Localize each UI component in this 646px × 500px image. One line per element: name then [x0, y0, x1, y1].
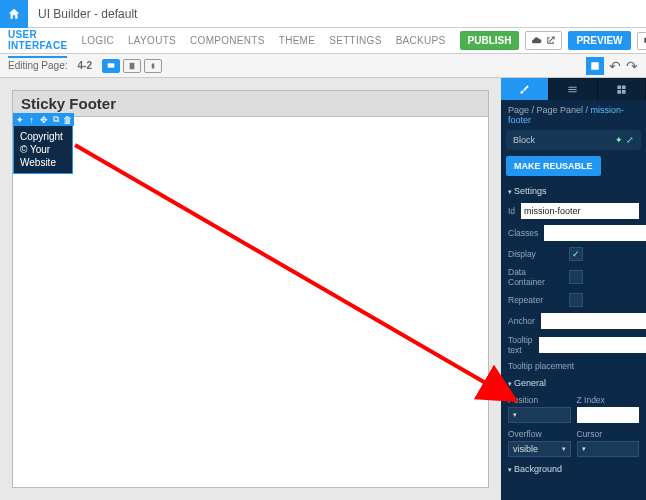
section-general[interactable]: General	[501, 374, 646, 392]
brush-icon	[519, 84, 530, 95]
top-bar: UI Builder - default	[0, 0, 646, 28]
overflow-select[interactable]: visible	[508, 441, 571, 457]
panel-tab-grid[interactable]	[598, 78, 646, 100]
device-desktop[interactable]	[102, 59, 120, 73]
tool-add-icon[interactable]: ✦	[14, 114, 25, 125]
classes-input[interactable]	[544, 225, 646, 241]
svg-rect-3	[108, 63, 115, 67]
tool-move-icon[interactable]: ✥	[38, 114, 49, 125]
breadcrumb[interactable]: Page / Page Panel / mission-footer	[501, 100, 646, 130]
display-checkbox[interactable]	[569, 247, 583, 261]
edit-bar: Editing Page: 4-2 ↶ ↷	[0, 54, 646, 78]
zindex-input[interactable]	[577, 407, 640, 423]
properties-panel: Page / Page Panel / mission-footer Block…	[501, 78, 646, 500]
publish-options[interactable]	[525, 31, 562, 50]
editing-page: 4-2	[78, 60, 92, 71]
svg-rect-5	[152, 63, 155, 68]
menu-icon	[567, 84, 578, 95]
cursor-select[interactable]	[577, 441, 640, 457]
svg-rect-4	[130, 62, 135, 69]
panel-tab-style[interactable]	[501, 78, 549, 100]
tool-up-icon[interactable]: ↑	[26, 114, 37, 125]
home-button[interactable]	[0, 0, 28, 28]
tab-components[interactable]: COMPONENTS	[190, 35, 265, 46]
main-tabs: USER INTERFACE LOGIC LAYOUTS COMPONENTS …	[0, 28, 646, 54]
desktop-icon	[643, 36, 646, 46]
data-container-checkbox[interactable]	[569, 270, 583, 284]
tool-copy-icon[interactable]: ⧉	[50, 114, 61, 125]
page-header[interactable]: Sticky Footer	[13, 91, 488, 117]
canvas[interactable]: Sticky Footer ✦ ↑ ✥ ⧉ 🗑 Copyright © Your…	[0, 78, 501, 500]
page-preview[interactable]: Sticky Footer ✦ ↑ ✥ ⧉ 🗑 Copyright © Your…	[12, 90, 489, 488]
tab-settings[interactable]: SETTINGS	[329, 35, 381, 46]
tab-user-interface[interactable]: USER INTERFACE	[8, 29, 67, 58]
tab-layouts[interactable]: LAYOUTS	[128, 35, 176, 46]
device-mobile[interactable]	[144, 59, 162, 73]
preview-devices[interactable]	[637, 32, 646, 50]
section-settings[interactable]: Settings	[501, 182, 646, 200]
grid-icon	[616, 84, 627, 95]
position-select[interactable]	[508, 407, 571, 423]
selection-toolbar: ✦ ↑ ✥ ⧉ 🗑	[13, 113, 74, 126]
preview-button[interactable]: PREVIEW	[568, 31, 630, 50]
block-type: Block ✦ ⤢	[506, 130, 641, 150]
redo-button[interactable]: ↷	[626, 58, 638, 74]
anchor-input[interactable]	[541, 313, 646, 329]
undo-button[interactable]: ↶	[609, 58, 621, 74]
tab-backups[interactable]: BACKUPS	[396, 35, 446, 46]
tooltip-input[interactable]	[539, 337, 646, 353]
app-title: UI Builder - default	[28, 7, 147, 21]
repeater-checkbox[interactable]	[569, 293, 583, 307]
device-tablet[interactable]	[123, 59, 141, 73]
tab-logic[interactable]: LOGIC	[81, 35, 114, 46]
cloud-icon	[531, 35, 542, 46]
selected-element[interactable]: Copyright © Your Website	[13, 125, 73, 174]
tab-theme[interactable]: THEME	[279, 35, 316, 46]
external-icon	[545, 35, 556, 46]
section-background[interactable]: Background	[501, 460, 646, 478]
grid-toggle[interactable]	[586, 57, 604, 75]
svg-rect-6	[591, 62, 599, 70]
publish-button[interactable]: PUBLISH	[460, 31, 520, 50]
home-icon	[7, 7, 21, 21]
make-reusable-button[interactable]: MAKE REUSABLE	[506, 156, 601, 176]
editing-label: Editing Page:	[8, 60, 68, 71]
tool-delete-icon[interactable]: 🗑	[62, 114, 73, 125]
id-input[interactable]	[521, 203, 639, 219]
panel-tab-tree[interactable]	[549, 78, 597, 100]
block-actions[interactable]: ✦ ⤢	[615, 135, 634, 145]
